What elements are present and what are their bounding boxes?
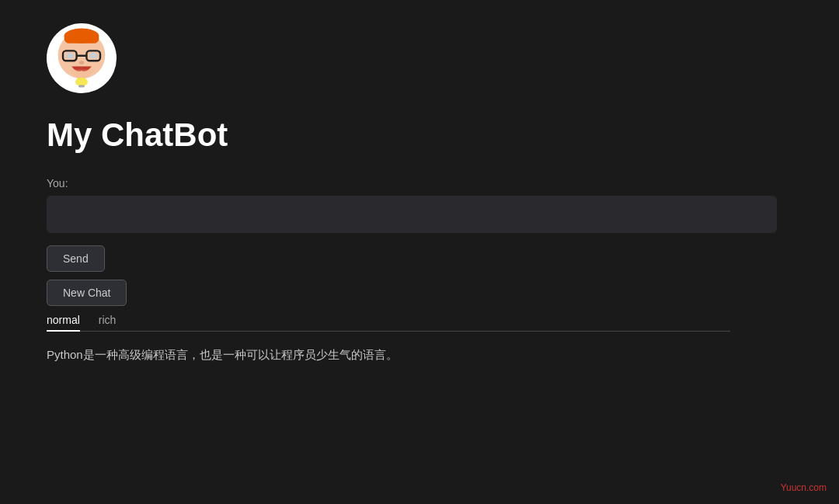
avatar-icon xyxy=(50,27,113,89)
svg-point-6 xyxy=(65,53,74,59)
app-title: My ChatBot xyxy=(47,116,730,154)
new-chat-button[interactable]: New Chat xyxy=(47,280,127,306)
svg-rect-2 xyxy=(64,33,99,43)
tabs-row: normal rich xyxy=(47,314,730,332)
chat-input[interactable] xyxy=(47,196,777,233)
tab-content-normal: Python是一种高级编程语言，也是一种可以让程序员少生气的语言。 xyxy=(47,332,730,364)
svg-point-8 xyxy=(79,61,84,64)
svg-rect-10 xyxy=(78,85,85,87)
you-label: You: xyxy=(47,177,730,189)
tab-normal[interactable]: normal xyxy=(47,314,80,331)
watermark: Yuucn.com xyxy=(781,482,827,493)
main-container: My ChatBot You: Send New Chat normal ric… xyxy=(0,0,777,388)
send-button[interactable]: Send xyxy=(47,245,105,272)
svg-point-7 xyxy=(89,53,98,59)
tab-rich[interactable]: rich xyxy=(99,314,117,331)
logo-container xyxy=(47,23,117,93)
svg-point-9 xyxy=(75,78,88,86)
